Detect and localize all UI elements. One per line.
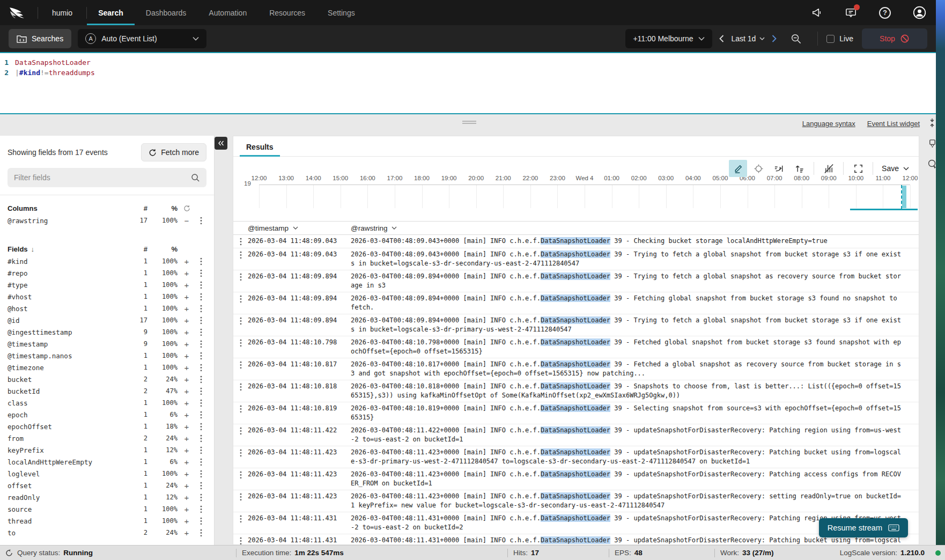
field-menu-button[interactable]	[196, 217, 206, 225]
field-menu-button[interactable]	[196, 387, 206, 395]
nav-tab-settings[interactable]: Settings	[316, 0, 366, 25]
field-menu-button[interactable]	[196, 517, 206, 525]
event-menu-button[interactable]	[233, 316, 248, 334]
field-row[interactable]: readOnly112%+	[8, 491, 206, 503]
field-row[interactable]: @ingesttimestamp9100%+	[8, 326, 206, 338]
field-menu-button[interactable]	[196, 257, 206, 266]
fields-title[interactable]: Fields↓	[8, 245, 126, 253]
event-row[interactable]: 2026-03-04 11:48:09.0432026-03-04T00:48:…	[233, 248, 919, 270]
add-field-button[interactable]: +	[178, 257, 196, 266]
field-menu-button[interactable]	[196, 493, 206, 502]
field-row[interactable]: source1100%+	[8, 503, 206, 515]
add-field-button[interactable]: +	[178, 281, 196, 290]
event-row[interactable]: 2026-03-04 11:48:09.8942026-03-04T00:48:…	[233, 314, 919, 336]
field-row[interactable]: bucket224%+	[8, 373, 206, 385]
field-row[interactable]: epochOffset118%+	[8, 421, 206, 432]
jump-to-latest-button[interactable]	[770, 160, 788, 177]
event-row[interactable]: 2026-03-04 11:48:10.8172026-03-04T00:48:…	[233, 358, 919, 380]
field-row[interactable]: keyPrefix112%+	[8, 444, 206, 456]
resume-stream-button[interactable]: Resume stream	[819, 518, 908, 537]
field-row[interactable]: @host1100%+	[8, 303, 206, 314]
announcements-icon[interactable]	[809, 6, 823, 20]
field-menu-button[interactable]	[196, 281, 206, 289]
field-row[interactable]: #type1100%+	[8, 279, 206, 291]
event-menu-button[interactable]	[233, 470, 248, 488]
filter-fields-input[interactable]: Filter fields	[8, 168, 206, 187]
field-menu-button[interactable]	[196, 529, 206, 537]
event-row[interactable]: 2026-03-04 11:48:11.4232026-03-04T00:48:…	[233, 490, 919, 512]
event-row[interactable]: 2026-03-04 11:48:09.8942026-03-04T00:48:…	[233, 270, 919, 292]
searches-button[interactable]: Searches	[9, 29, 71, 48]
zoom-out-icon[interactable]	[784, 33, 809, 45]
event-menu-button[interactable]	[233, 250, 248, 268]
field-row[interactable]: @rawstring17100%−	[8, 215, 206, 226]
field-row[interactable]: class1100%+	[8, 397, 206, 409]
field-row[interactable]: #kind1100%+	[8, 255, 206, 267]
field-menu-button[interactable]	[196, 340, 206, 348]
event-row[interactable]: 2026-03-04 11:48:09.8942026-03-04T00:48:…	[233, 292, 919, 314]
field-menu-button[interactable]	[196, 434, 206, 443]
field-row[interactable]: localAndHttpWereEmpty16%+	[8, 456, 206, 468]
stop-button[interactable]: Stop	[862, 28, 927, 49]
field-menu-button[interactable]	[196, 352, 206, 360]
field-menu-button[interactable]	[196, 458, 206, 466]
event-menu-button[interactable]	[233, 492, 248, 510]
event-menu-button[interactable]	[233, 237, 248, 246]
add-field-button[interactable]: +	[178, 363, 196, 372]
workspace-name[interactable]: humio	[38, 9, 86, 17]
language-syntax-link[interactable]: Language syntax	[802, 120, 855, 128]
field-row[interactable]: @timestamp9100%+	[8, 338, 206, 350]
crowdstrike-falcon-logo-icon[interactable]	[0, 6, 38, 20]
event-menu-button[interactable]	[233, 294, 248, 312]
event-menu-button[interactable]	[233, 514, 248, 532]
help-icon[interactable]: ?	[878, 6, 892, 20]
event-row[interactable]: 2026-03-04 11:48:10.8192026-03-04T00:48:…	[233, 402, 919, 424]
field-menu-button[interactable]	[196, 399, 206, 407]
nav-tab-automation[interactable]: Automation	[197, 0, 258, 25]
nav-tab-search[interactable]: Search	[87, 0, 135, 25]
field-row[interactable]: offset124%+	[8, 480, 206, 491]
event-row[interactable]: 2026-03-04 11:48:09.0432026-03-04T00:48:…	[233, 235, 919, 248]
field-menu-button[interactable]	[196, 364, 206, 372]
time-forward-button[interactable]	[765, 35, 784, 42]
add-field-button[interactable]: +	[178, 505, 196, 514]
field-row[interactable]: loglevel1100%+	[8, 468, 206, 480]
field-row[interactable]: @id17100%+	[8, 314, 206, 326]
messages-icon[interactable]	[844, 6, 858, 20]
timeline-chart[interactable]: Save 19 12:0013:0014:0015:0016:0017:0018…	[233, 157, 919, 221]
add-field-button[interactable]: +	[178, 351, 196, 360]
add-field-button[interactable]: +	[178, 340, 196, 349]
hide-chart-button[interactable]	[820, 160, 838, 177]
field-row[interactable]: from224%+	[8, 432, 206, 444]
event-row[interactable]: 2026-03-04 11:48:11.4232026-03-04T00:48:…	[233, 446, 919, 468]
field-menu-button[interactable]	[196, 269, 206, 277]
add-field-button[interactable]: +	[178, 481, 196, 490]
field-menu-button[interactable]	[196, 470, 206, 478]
field-menu-button[interactable]	[196, 293, 206, 301]
annotate-tool-button[interactable]	[729, 160, 747, 177]
add-field-button[interactable]: +	[178, 458, 196, 467]
field-row[interactable]: thread1100%+	[8, 515, 206, 527]
field-menu-button[interactable]	[196, 305, 206, 313]
nav-tab-resources[interactable]: Resources	[258, 0, 316, 25]
field-menu-button[interactable]	[196, 411, 206, 419]
event-row[interactable]: 2026-03-04 11:48:11.4312026-03-04T00:48:…	[233, 512, 919, 534]
field-menu-button[interactable]	[196, 328, 206, 336]
field-row[interactable]: epoch16%+	[8, 409, 206, 421]
add-field-button[interactable]: +	[178, 517, 196, 526]
event-menu-button[interactable]	[233, 426, 248, 444]
field-menu-button[interactable]	[196, 423, 206, 431]
field-menu-button[interactable]	[196, 375, 206, 384]
tab-results[interactable]: Results	[240, 143, 280, 156]
event-menu-button[interactable]	[233, 272, 248, 290]
event-menu-button[interactable]	[233, 338, 248, 356]
event-menu-button[interactable]	[233, 404, 248, 422]
add-field-button[interactable]: +	[178, 292, 196, 301]
field-menu-button[interactable]	[196, 316, 206, 325]
field-row[interactable]: to224%+	[8, 527, 206, 539]
nav-tab-dashboards[interactable]: Dashboards	[135, 0, 198, 25]
rawstring-column-header[interactable]: @rawstring	[351, 224, 919, 232]
event-row[interactable]: 2026-03-04 11:48:10.8182026-03-04T00:48:…	[233, 380, 919, 402]
add-field-button[interactable]: +	[178, 316, 196, 325]
remove-field-button[interactable]: −	[178, 216, 196, 225]
